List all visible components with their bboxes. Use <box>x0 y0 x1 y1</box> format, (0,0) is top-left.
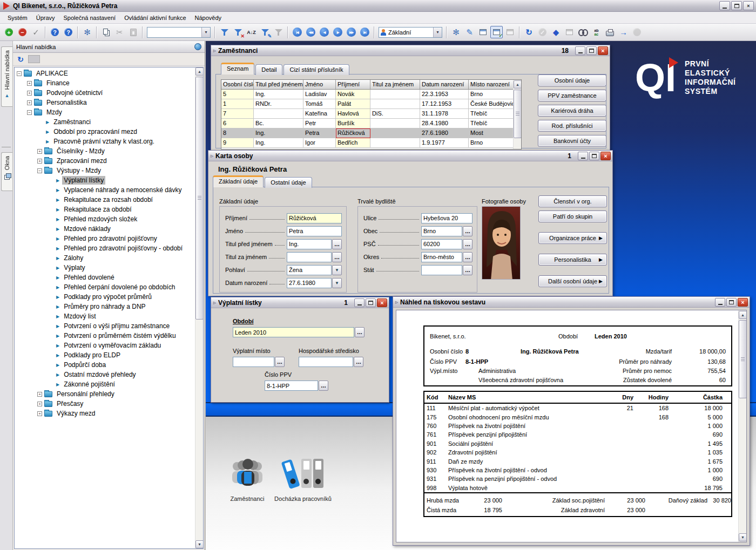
replace-icon[interactable]: abac <box>590 26 603 38</box>
scrollbar-thumb[interactable] <box>739 320 747 398</box>
tree-item-pr-m-ry-pro-n-hrady-a-dnp[interactable]: ▶Průměry pro náhrady a DNP <box>15 302 194 311</box>
tree-item-mzdy[interactable]: −Mzdy <box>15 107 194 117</box>
obec-input[interactable] <box>421 226 462 236</box>
employees-action-kari-rov-dr-ha[interactable]: Kariérová dráha <box>538 105 606 117</box>
tree-item-z-konn-poji-t-n[interactable]: ▶Zákonné pojištění <box>15 379 194 389</box>
view-settings-icon[interactable]: ✻ <box>450 26 462 38</box>
maximize-button[interactable] <box>586 46 597 55</box>
tree-item-seln-ky-mzdy[interactable]: +Číselníky - Mzdy <box>15 146 194 156</box>
scroll-down-icon[interactable]: ▼ <box>195 540 204 548</box>
ellipsis-button[interactable]: … <box>319 381 328 391</box>
close-button[interactable]: × <box>598 46 608 55</box>
ellipsis-button[interactable]: … <box>275 357 285 367</box>
expand-icon[interactable]: + <box>27 100 32 105</box>
tree-item-mzdov-list[interactable]: ▶Mzdový list <box>15 311 194 321</box>
scroll-up-icon[interactable]: ▲ <box>514 80 522 89</box>
expand-icon[interactable]: + <box>37 402 42 406</box>
form-save-icon[interactable] <box>504 26 516 38</box>
nav-fast-back-icon[interactable]: ◀◀ <box>305 26 317 38</box>
record-search-combo[interactable]: ▾ <box>147 27 211 38</box>
tree-item-p-ehled-erp-n-dovolen-po-obdob-ch[interactable]: ▶Přehled čerpání dovolené po obdobích <box>15 282 194 292</box>
dropdown-button[interactable]: ▼ <box>332 278 342 288</box>
employees-column-header[interactable]: Příjmení <box>336 80 370 90</box>
employees-column-header[interactable]: Jméno <box>303 80 336 90</box>
employees-column-header[interactable]: Titul před jménem <box>254 80 303 90</box>
filter-quick-icon[interactable]: ✎ <box>259 26 271 38</box>
nav-first-icon[interactable]: |◀ <box>291 26 303 38</box>
tree-item-p-ehled-mzdov-ch-slo-ek[interactable]: ▶Přehled mzdových složek <box>15 214 194 224</box>
employees-row[interactable]: 1RNDr.TomášPalát17.12.1953České Budějovi… <box>221 99 521 109</box>
p-jmen-input[interactable] <box>287 213 342 223</box>
tree-item-personalistika[interactable]: +Personalistika <box>15 98 194 107</box>
filter-remove-icon[interactable]: ✕ <box>232 26 244 38</box>
tree-item-p-ehled-pro-zdravotn-poji-ovny[interactable]: ▶Přehled pro zdravotní pojišťovny <box>15 234 194 243</box>
scroll-down-icon[interactable]: ▼ <box>739 533 747 541</box>
person-action-pat-do-skupin[interactable]: Patří do skupin <box>538 211 607 222</box>
tree-item-ostatn-mzdov-p-ehledy[interactable]: ▶Ostatní mzdové přehledy <box>15 370 194 379</box>
tree-item-finance[interactable]: +Finance <box>15 78 194 88</box>
paste-icon[interactable] <box>127 26 139 38</box>
maximize-button[interactable] <box>589 152 599 160</box>
tree-item-rekapitulace-za-rozsah-obdob[interactable]: ▶Rekapitulace za rozsah období <box>15 195 194 205</box>
scroll-up-icon[interactable]: ▲ <box>195 67 204 76</box>
tree-item-podp-r-doba[interactable]: ▶Podpůrčí doba <box>15 360 194 370</box>
nav-prev-icon[interactable]: ◀ <box>318 26 330 38</box>
cut-icon[interactable]: ✂ <box>113 26 126 38</box>
expand-icon[interactable]: + <box>27 81 32 86</box>
vertical-tab-main-menu[interactable]: Hlavní nabídka ▲ <box>1 46 12 107</box>
tree-item-v-kazy-mezd[interactable]: +Výkazy mezd <box>15 409 194 418</box>
view-combo[interactable]: Základní▾ <box>379 27 442 38</box>
employees-tab-seznam[interactable]: Seznam <box>221 63 254 74</box>
close-button[interactable]: × <box>377 298 387 307</box>
employees-row[interactable]: 8Ing.PetraRůžičková27.6.1980Most <box>221 128 521 138</box>
preview-scrollbar[interactable]: ▲ ▼ <box>738 310 746 542</box>
dropdown-button[interactable]: ▼ <box>332 265 342 275</box>
copy-icon[interactable] <box>100 26 112 38</box>
export-icon[interactable]: → <box>617 26 630 38</box>
ellipsis-button[interactable]: … <box>355 327 364 337</box>
tree-item-zam-stnanci[interactable]: ▶Zaměstnanci <box>15 117 194 127</box>
employees-row[interactable]: 5Ing.LadislavNovák22.3.1953Brno <box>221 90 521 99</box>
employees-titlebar[interactable]: ▹ Zaměstnanci 18 × <box>211 45 610 56</box>
delete-icon[interactable]: − <box>16 26 29 38</box>
ellipsis-button[interactable]: … <box>463 265 473 275</box>
help-whats-this-icon[interactable]: ? <box>49 26 61 38</box>
employees-table-scrollbar[interactable]: ▲ <box>513 80 521 150</box>
titul-p-ed-jm-nem-input[interactable] <box>287 239 332 249</box>
tree-item-person-ln-p-ehledy[interactable]: +Personální přehledy <box>15 389 194 399</box>
employees-tab-detail[interactable]: Detail <box>255 64 282 75</box>
nav-last-icon[interactable]: ▶| <box>359 26 371 38</box>
shortcut-zamestnanci[interactable]: Zaměstnanci <box>215 458 280 502</box>
employees-row[interactable]: 9Ing.IgorBedřich1.9.1977Brno <box>221 138 521 148</box>
search-input[interactable] <box>147 28 201 37</box>
minimize-button[interactable] <box>719 1 730 10</box>
employees-tab-ciz-st-tn-p-slu-n-k[interactable]: Cizí státní příslušník <box>284 64 349 75</box>
period-input[interactable] <box>233 327 354 337</box>
ellipsis-button[interactable]: … <box>332 239 342 249</box>
titul-za-jm-nem-input[interactable] <box>287 252 332 262</box>
menu-pravy[interactable]: Úpravy <box>32 13 59 23</box>
employees-row[interactable]: 7KateřinaHavlováDiS.31.1.1978Třebíč <box>221 109 521 119</box>
settings-gear-icon[interactable]: ✻ <box>81 26 93 38</box>
datum-narozen-input[interactable] <box>287 278 332 288</box>
expand-icon[interactable]: + <box>27 91 32 96</box>
refresh-icon[interactable]: ↻ <box>523 26 535 38</box>
ulice-input[interactable] <box>421 213 473 223</box>
jm-no-input[interactable] <box>287 226 342 236</box>
employees-column-header[interactable]: Titul za jménem <box>370 80 420 90</box>
employees-column-header[interactable]: Datum narození <box>420 80 469 90</box>
tree-item-rekapitulace-za-obdob[interactable]: ▶Rekapitulace za období <box>15 205 194 214</box>
ellipsis-button[interactable]: … <box>463 239 473 249</box>
expand-icon[interactable]: + <box>37 149 42 154</box>
close-button[interactable]: × <box>600 152 611 160</box>
tree-item-zpracov-n-mezd[interactable]: +Zpracování mezd <box>15 156 194 166</box>
maximize-button[interactable] <box>731 1 742 10</box>
combo-dropdown-icon[interactable]: ▾ <box>433 28 442 37</box>
form-edit-icon[interactable]: ✎ <box>463 26 476 38</box>
find-icon[interactable] <box>577 26 589 38</box>
tree-item-p-ehled-pro-zdravotn-poji-ovny-obdob[interactable]: ▶Přehled pro zdravotní pojišťovny - obdo… <box>15 243 194 253</box>
tree-item-z-lohy[interactable]: ▶Zálohy <box>15 253 194 263</box>
tree-item-p-es-asy[interactable]: +Přesčasy <box>15 399 194 409</box>
person-action-dal-osobn-daje[interactable]: Další osobní údaje▶ <box>538 275 607 287</box>
scroll-up-icon[interactable]: ▲ <box>739 311 747 319</box>
